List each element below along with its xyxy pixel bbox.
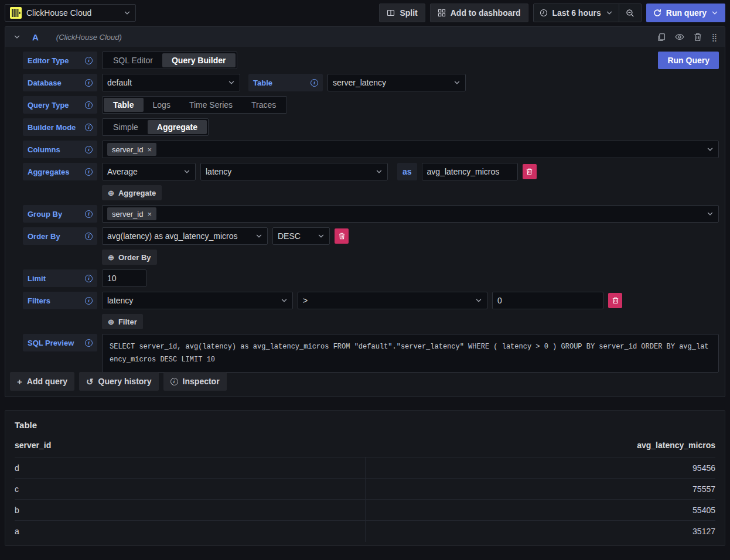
- database-value: default: [107, 78, 132, 87]
- info-icon: i: [170, 378, 178, 385]
- filter-operator-select[interactable]: >: [298, 292, 487, 309]
- field-row-aggregates: Aggregates i Average latency as: [23, 163, 719, 180]
- chevron-down-icon: [475, 297, 482, 304]
- info-icon[interactable]: i: [85, 233, 93, 240]
- chevron-down-icon: [124, 9, 131, 16]
- editor-type-label: Editor Type i: [23, 52, 97, 69]
- column-chip[interactable]: server_id ×: [107, 143, 156, 156]
- cell-server-id: a: [15, 521, 365, 542]
- info-icon[interactable]: i: [85, 210, 93, 218]
- inspector-button[interactable]: i Inspector: [163, 372, 227, 391]
- builder-mode-option-simple[interactable]: Simple: [104, 120, 148, 134]
- filter-column-select[interactable]: latency: [102, 292, 293, 309]
- info-icon[interactable]: i: [85, 297, 93, 305]
- query-type-option-traces[interactable]: Traces: [242, 98, 285, 112]
- chevron-down-icon: [707, 210, 714, 217]
- info-icon[interactable]: i: [85, 146, 93, 153]
- add-filter-button[interactable]: ⊕ Filter: [102, 314, 143, 329]
- info-icon[interactable]: i: [85, 339, 93, 347]
- column-header-avg-latency[interactable]: avg_latency_micros: [365, 438, 715, 457]
- builder-mode-option-aggregate[interactable]: Aggregate: [148, 120, 207, 134]
- table-select[interactable]: server_latency: [328, 74, 466, 91]
- cell-server-id: d: [15, 457, 365, 479]
- query-editor-panel: A (ClickHouse Cloud) ⣿ Editor Type i SQL…: [5, 26, 725, 397]
- aggregates-label: Aggregates i: [23, 163, 97, 180]
- aggregate-column-select[interactable]: latency: [200, 163, 388, 180]
- zoom-out-icon: [626, 9, 635, 18]
- group-by-chip[interactable]: server_id ×: [107, 207, 156, 220]
- remove-query-trash-icon[interactable]: [694, 33, 702, 42]
- remove-order-by-button[interactable]: [335, 228, 349, 244]
- disable-query-eye-icon[interactable]: [675, 32, 684, 42]
- field-row-group-by: Group By i server_id ×: [23, 205, 719, 223]
- info-icon[interactable]: i: [85, 57, 93, 64]
- limit-input[interactable]: [107, 274, 141, 283]
- info-icon[interactable]: i: [85, 79, 93, 87]
- add-aggregate-button[interactable]: ⊕ Aggregate: [102, 185, 162, 200]
- filter-value-field[interactable]: [492, 292, 603, 309]
- info-icon[interactable]: i: [85, 275, 93, 282]
- chevron-down-icon: [711, 9, 718, 16]
- chevron-down-icon: [707, 146, 714, 153]
- collapse-query-icon[interactable]: [13, 33, 21, 40]
- zoom-out-time-button[interactable]: [619, 4, 641, 22]
- datasource-name: ClickHouse Cloud: [26, 8, 91, 18]
- editor-type-option-query-builder[interactable]: Query Builder: [162, 53, 236, 67]
- circle-plus-icon: ⊕: [108, 189, 114, 197]
- builder-mode-label: Builder Mode i: [23, 118, 97, 136]
- clickhouse-logo-icon: [10, 7, 22, 19]
- query-type-option-logs[interactable]: Logs: [144, 98, 180, 112]
- editor-type-option-sql-editor[interactable]: SQL Editor: [104, 53, 162, 67]
- table-row: a 35127: [15, 521, 715, 542]
- split-icon: [387, 9, 395, 17]
- info-icon[interactable]: i: [85, 168, 93, 176]
- remove-chip-icon[interactable]: ×: [147, 210, 152, 218]
- time-range-picker[interactable]: Last 6 hours: [534, 4, 619, 22]
- trash-icon: [339, 233, 345, 240]
- query-type-option-time-series[interactable]: Time Series: [180, 98, 242, 112]
- order-by-expression-select[interactable]: avg(latency) as avg_latency_micros: [102, 227, 268, 245]
- column-header-server-id[interactable]: server_id: [15, 438, 365, 457]
- query-row-actions: ⣿: [657, 32, 717, 42]
- filter-value-input[interactable]: [497, 296, 598, 305]
- time-range-label: Last 6 hours: [552, 8, 601, 18]
- query-ref-id[interactable]: A: [32, 32, 39, 42]
- run-query-editor-button[interactable]: Run Query: [658, 52, 719, 69]
- group-by-multiselect[interactable]: server_id ×: [102, 205, 719, 223]
- run-query-label: Run query: [666, 8, 707, 18]
- query-history-button[interactable]: ↺ Query history: [79, 372, 159, 391]
- aggregate-function-select[interactable]: Average: [102, 163, 196, 180]
- toolbar-actions: Split Add to dashboard Last 6 hours: [379, 4, 725, 22]
- split-button[interactable]: Split: [379, 4, 425, 22]
- chevron-down-icon: [606, 9, 613, 16]
- drag-handle-icon[interactable]: ⣿: [711, 33, 717, 42]
- aggregate-alias-input[interactable]: [427, 167, 513, 176]
- duplicate-query-icon[interactable]: [657, 33, 666, 42]
- results-table: server_id avg_latency_micros d 95456 c 7…: [15, 438, 715, 542]
- info-icon[interactable]: i: [85, 124, 93, 131]
- query-type-option-table[interactable]: Table: [104, 98, 144, 112]
- columns-multiselect[interactable]: server_id ×: [102, 141, 719, 158]
- field-row-builder-mode: Builder Mode i Simple Aggregate: [23, 118, 719, 136]
- aggregate-alias-field[interactable]: [422, 163, 518, 180]
- datasource-picker[interactable]: ClickHouse Cloud: [5, 4, 136, 22]
- add-query-button[interactable]: + Add query: [10, 372, 74, 391]
- query-type-radio-group: Table Logs Time Series Traces: [102, 96, 287, 114]
- add-order-by-button[interactable]: ⊕ Order By: [102, 250, 157, 265]
- trash-icon: [526, 168, 533, 175]
- chevron-down-icon: [281, 297, 288, 304]
- remove-aggregate-button[interactable]: [523, 164, 537, 179]
- chevron-down-icon: [453, 79, 460, 86]
- info-icon[interactable]: i: [85, 101, 93, 109]
- database-select[interactable]: default: [102, 74, 240, 91]
- limit-field[interactable]: [102, 269, 146, 287]
- remove-filter-button[interactable]: [608, 293, 622, 308]
- query-type-label: Query Type i: [23, 96, 97, 114]
- add-to-dashboard-button[interactable]: Add to dashboard: [430, 4, 528, 22]
- info-icon[interactable]: i: [311, 79, 318, 87]
- order-by-direction-select[interactable]: DESC: [272, 227, 330, 245]
- remove-chip-icon[interactable]: ×: [147, 146, 152, 153]
- chevron-down-icon: [228, 79, 235, 86]
- table-panel-title: Table: [15, 420, 715, 430]
- run-query-button[interactable]: Run query: [646, 4, 725, 22]
